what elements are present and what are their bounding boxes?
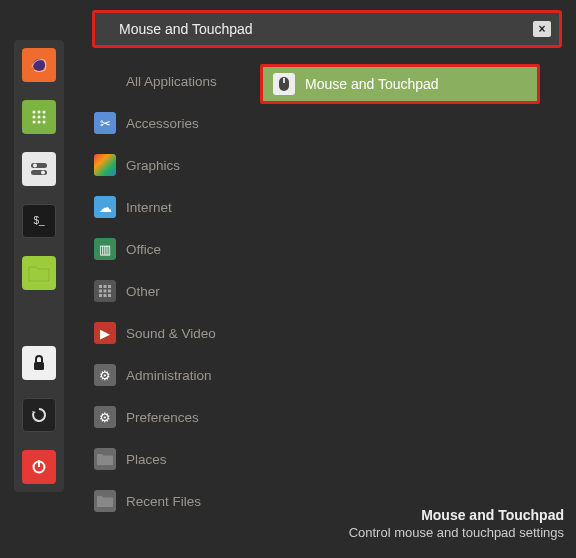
footer-description: Control mouse and touchpad settings [349, 525, 564, 540]
category-all-applications[interactable]: All Applications [92, 66, 252, 96]
description-footer: Mouse and Touchpad Control mouse and tou… [349, 507, 564, 540]
svg-point-9 [43, 121, 46, 124]
cloud-icon: ☁ [94, 196, 116, 218]
refresh-icon[interactable] [22, 398, 56, 432]
gear-icon: ⚙ [94, 406, 116, 428]
svg-rect-24 [104, 294, 107, 297]
category-office[interactable]: ▥ Office [92, 234, 252, 264]
play-icon: ▶ [94, 322, 116, 344]
category-places[interactable]: Places [92, 444, 252, 474]
svg-point-6 [43, 116, 46, 119]
start-menu: Mouse and Touchpad × All Applications ✂ … [92, 10, 562, 516]
taskbar: $_ [14, 40, 64, 492]
gear-icon: ⚙ [94, 364, 116, 386]
svg-point-11 [33, 164, 37, 168]
search-input-text[interactable]: Mouse and Touchpad [119, 21, 533, 37]
svg-rect-20 [99, 290, 102, 293]
svg-point-2 [38, 111, 41, 114]
search-results: Mouse and Touchpad [252, 60, 562, 516]
svg-point-4 [33, 116, 36, 119]
search-field[interactable]: Mouse and Touchpad × [92, 10, 562, 48]
firefox-icon[interactable] [22, 48, 56, 82]
palette-icon [94, 154, 116, 176]
svg-point-5 [38, 116, 41, 119]
grid-icon [94, 280, 116, 302]
apps-grid-icon[interactable] [22, 100, 56, 134]
svg-point-7 [33, 121, 36, 124]
category-preferences[interactable]: ⚙ Preferences [92, 402, 252, 432]
svg-point-3 [43, 111, 46, 114]
category-graphics[interactable]: Graphics [92, 150, 252, 180]
footer-title: Mouse and Touchpad [349, 507, 564, 523]
folder-icon [94, 490, 116, 512]
svg-rect-25 [108, 294, 111, 297]
svg-rect-21 [104, 290, 107, 293]
svg-rect-17 [99, 285, 102, 288]
files-icon[interactable] [22, 256, 56, 290]
category-sound-video[interactable]: ▶ Sound & Video [92, 318, 252, 348]
document-icon: ▥ [94, 238, 116, 260]
scissors-icon: ✂ [94, 112, 116, 134]
category-administration[interactable]: ⚙ Administration [92, 360, 252, 390]
category-list: All Applications ✂ Accessories Graphics … [92, 60, 252, 516]
svg-rect-16 [38, 460, 40, 467]
terminal-icon[interactable]: $_ [22, 204, 56, 238]
svg-rect-27 [283, 78, 285, 83]
svg-point-13 [41, 171, 45, 175]
result-label: Mouse and Touchpad [305, 76, 439, 92]
category-internet[interactable]: ☁ Internet [92, 192, 252, 222]
svg-point-0 [33, 59, 45, 71]
svg-point-8 [38, 121, 41, 124]
power-icon[interactable] [22, 450, 56, 484]
svg-rect-23 [99, 294, 102, 297]
svg-rect-19 [108, 285, 111, 288]
category-recent-files[interactable]: Recent Files [92, 486, 252, 516]
svg-rect-14 [34, 362, 44, 370]
svg-point-1 [33, 111, 36, 114]
clear-search-icon[interactable]: × [533, 21, 551, 37]
folder-icon [94, 448, 116, 470]
svg-rect-22 [108, 290, 111, 293]
all-apps-icon [94, 70, 116, 92]
category-other[interactable]: Other [92, 276, 252, 306]
toggles-icon[interactable] [22, 152, 56, 186]
result-mouse-and-touchpad[interactable]: Mouse and Touchpad [260, 64, 540, 104]
mouse-icon [273, 73, 295, 95]
category-accessories[interactable]: ✂ Accessories [92, 108, 252, 138]
lock-icon[interactable] [22, 346, 56, 380]
svg-rect-18 [104, 285, 107, 288]
